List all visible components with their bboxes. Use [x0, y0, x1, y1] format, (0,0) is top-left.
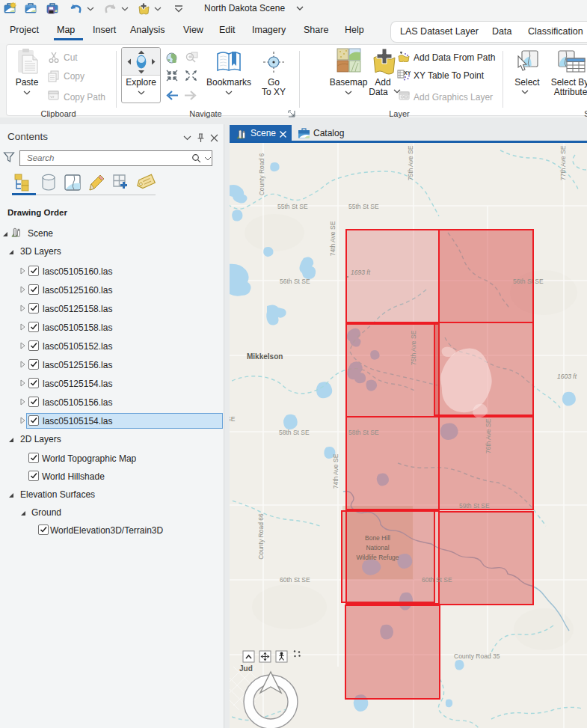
svg-text:58th St SE: 58th St SE: [348, 429, 379, 436]
svg-text:55th St SE: 55th St SE: [348, 203, 379, 210]
svg-text:75th Ave SE: 75th Ave SE: [407, 145, 414, 180]
svg-text:56th St SE: 56th St SE: [513, 278, 544, 285]
svg-text:56th St SE: 56th St SE: [280, 278, 310, 285]
svg-text:55th St SE: 55th St SE: [277, 203, 308, 210]
svg-text:Mikkelson: Mikkelson: [247, 352, 283, 361]
svg-text:75th Ave SE: 75th Ave SE: [410, 330, 417, 365]
svg-text:Wildlife Refuge: Wildlife Refuge: [356, 554, 399, 561]
svg-text:1603 ft: 1603 ft: [557, 373, 577, 380]
svg-text:SE: SE: [230, 415, 236, 423]
svg-text:County Road 66: County Road 66: [257, 513, 265, 560]
svg-text:59th St SE: 59th St SE: [459, 502, 490, 510]
svg-text:County Road 6: County Road 6: [258, 153, 265, 195]
svg-text:77th Ave SE: 77th Ave SE: [559, 145, 567, 180]
svg-text:National: National: [366, 544, 389, 551]
svg-text:58th St SE: 58th St SE: [279, 429, 310, 436]
svg-text:76th Ave SE: 76th Ave SE: [485, 418, 492, 453]
svg-text:County Road 35: County Road 35: [454, 652, 500, 660]
svg-text:Bone Hill: Bone Hill: [365, 534, 390, 542]
svg-text:Jud: Jud: [239, 664, 253, 673]
svg-text:1693 ft: 1693 ft: [351, 269, 371, 276]
svg-text:74th Ave SE: 74th Ave SE: [329, 221, 336, 256]
svg-text:XY: XY: [404, 70, 411, 76]
svg-text:60th St SE: 60th St SE: [280, 576, 310, 584]
svg-text:74th Ave SE: 74th Ave SE: [332, 453, 339, 489]
svg-text:60th St SE: 60th St SE: [422, 576, 452, 584]
